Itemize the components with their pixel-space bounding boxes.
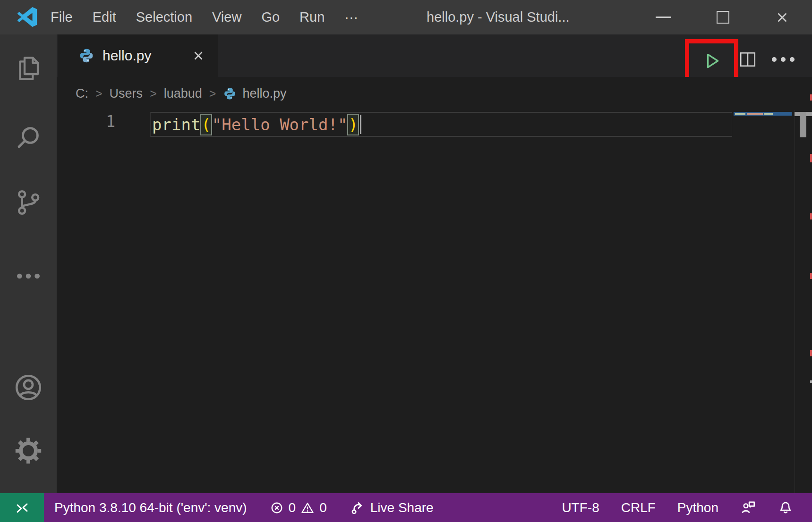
status-left: Python 3.8.10 64-bit ('env': venv) 0 0 L… bbox=[54, 493, 434, 522]
live-share-button[interactable]: Live Share bbox=[350, 500, 434, 515]
code-token-function: print bbox=[152, 115, 200, 134]
feedback-button[interactable] bbox=[740, 500, 756, 516]
code-token-string: "Hello World!" bbox=[212, 115, 348, 134]
minimize-button[interactable] bbox=[633, 0, 693, 34]
breadcrumb: C: > Users > luabud > hello.py bbox=[57, 77, 812, 110]
error-count: 0 bbox=[289, 500, 296, 515]
menu-item-run[interactable]: Run bbox=[290, 9, 334, 25]
gear-icon bbox=[13, 436, 43, 466]
status-right: UTF-8 CRLF Python bbox=[562, 493, 793, 522]
tab-label: hello.py bbox=[103, 48, 151, 64]
status-bar: Python 3.8.10 64-bit ('env': venv) 0 0 L… bbox=[0, 493, 812, 522]
run-icon bbox=[702, 51, 722, 71]
minimap[interactable] bbox=[734, 112, 792, 116]
account-button[interactable] bbox=[0, 370, 57, 404]
tab-close-button[interactable] bbox=[191, 49, 205, 63]
maximize-icon bbox=[717, 11, 729, 24]
edge-artifact bbox=[810, 94, 812, 101]
bell-icon bbox=[778, 500, 793, 515]
notifications-button[interactable] bbox=[778, 500, 793, 515]
window-title: hello.py - Visual Studi... bbox=[427, 0, 570, 34]
run-button[interactable] bbox=[702, 51, 722, 73]
python-interpreter-selector[interactable]: Python 3.8.10 64-bit ('env': venv) bbox=[54, 500, 247, 515]
vscode-logo-icon bbox=[16, 6, 39, 28]
text-cursor bbox=[360, 115, 361, 134]
split-editor-button[interactable] bbox=[739, 51, 757, 70]
close-button[interactable] bbox=[752, 0, 812, 34]
chevron-right-icon: > bbox=[209, 87, 216, 101]
maximize-button[interactable] bbox=[693, 0, 752, 34]
menu-item-selection[interactable]: Selection bbox=[126, 9, 202, 25]
close-icon bbox=[774, 9, 790, 25]
account-icon bbox=[13, 372, 44, 403]
remote-indicator[interactable] bbox=[0, 493, 44, 522]
breadcrumb-users[interactable]: Users bbox=[110, 86, 143, 101]
language-mode-selector[interactable]: Python bbox=[677, 500, 718, 515]
sidebar-item-explorer[interactable] bbox=[0, 51, 57, 85]
chevron-right-icon: > bbox=[150, 87, 157, 101]
editor-pane[interactable]: 1 print("Hello World!") bbox=[57, 110, 812, 493]
vertical-scrollbar[interactable] bbox=[800, 112, 806, 137]
edge-artifact bbox=[810, 350, 812, 356]
menu-bar: File Edit Selection View Go Run ··· bbox=[41, 0, 368, 34]
sidebar-item-source-control[interactable] bbox=[0, 185, 57, 219]
breadcrumb-drive[interactable]: C: bbox=[76, 86, 88, 101]
menu-item-edit[interactable]: Edit bbox=[83, 9, 126, 25]
warning-icon bbox=[300, 501, 315, 515]
settings-button[interactable] bbox=[0, 434, 57, 468]
sidebar-item-search[interactable] bbox=[0, 120, 57, 154]
close-icon bbox=[191, 49, 205, 63]
title-bar: File Edit Selection View Go Run ··· hell… bbox=[0, 0, 812, 34]
edge-artifact bbox=[810, 213, 812, 219]
minimap-scrollbar-divider bbox=[795, 110, 795, 493]
python-file-icon bbox=[78, 48, 94, 64]
minimize-icon bbox=[656, 17, 671, 18]
menu-item-more[interactable]: ··· bbox=[334, 9, 368, 25]
editor-more-actions-button[interactable] bbox=[772, 57, 795, 62]
edge-artifact bbox=[810, 380, 812, 383]
line-number: 1 bbox=[96, 112, 115, 136]
tab-hello-py[interactable]: hello.py bbox=[58, 34, 218, 77]
encoding-selector[interactable]: UTF-8 bbox=[562, 500, 599, 515]
live-share-label: Live Share bbox=[370, 500, 434, 515]
breadcrumb-luabud[interactable]: luabud bbox=[164, 86, 202, 101]
vscode-window: File Edit Selection View Go Run ··· hell… bbox=[0, 0, 812, 522]
source-control-icon bbox=[13, 187, 43, 218]
error-icon bbox=[270, 501, 284, 515]
eol-selector[interactable]: CRLF bbox=[621, 500, 656, 515]
sidebar-item-more-views[interactable] bbox=[0, 259, 57, 293]
activity-bar bbox=[0, 34, 57, 493]
split-editor-icon bbox=[739, 51, 757, 68]
chevron-right-icon: > bbox=[95, 87, 103, 101]
code-token-open-paren: ( bbox=[200, 114, 212, 135]
live-share-icon bbox=[350, 500, 365, 515]
edge-artifact bbox=[810, 154, 812, 162]
menu-item-go[interactable]: Go bbox=[251, 9, 290, 25]
window-controls bbox=[633, 0, 812, 34]
menu-item-file[interactable]: File bbox=[41, 9, 83, 25]
code-token-close-paren: ) bbox=[347, 114, 359, 135]
feedback-icon bbox=[740, 500, 756, 516]
problems-indicator[interactable]: 0 0 bbox=[270, 500, 327, 515]
tab-bar: hello.py bbox=[57, 34, 812, 77]
menu-item-view[interactable]: View bbox=[202, 9, 251, 25]
breadcrumb-file[interactable]: hello.py bbox=[242, 86, 286, 101]
remote-icon bbox=[15, 500, 30, 515]
code-line-1: print("Hello World!") bbox=[152, 112, 361, 136]
edge-artifact bbox=[810, 273, 812, 279]
search-icon bbox=[13, 122, 43, 152]
explorer-icon bbox=[13, 53, 43, 84]
ellipsis-icon bbox=[13, 261, 43, 291]
warning-count: 0 bbox=[319, 500, 327, 515]
python-file-icon bbox=[223, 87, 237, 101]
